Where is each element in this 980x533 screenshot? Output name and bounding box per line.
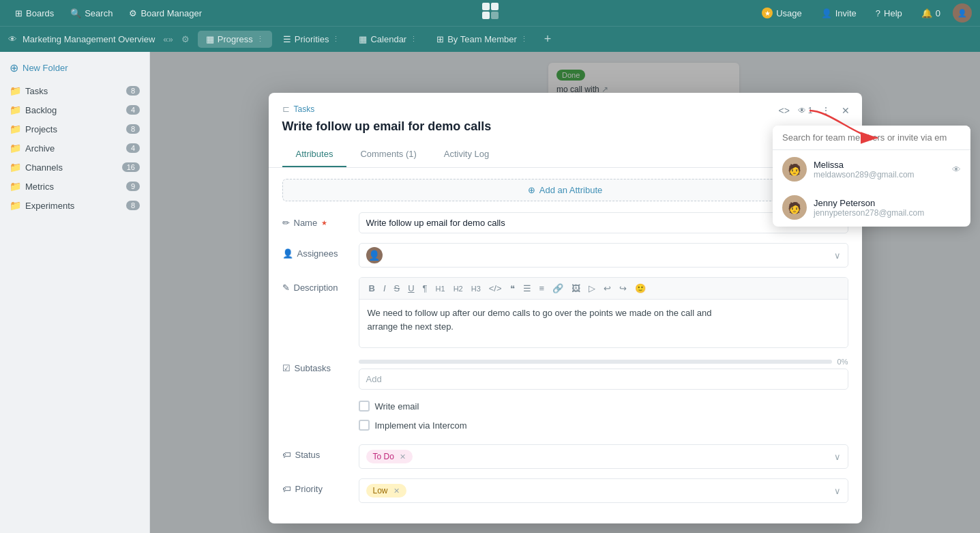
priorities-tab-label: Priorities (295, 34, 329, 44)
add-subtask-placeholder: Add (366, 374, 382, 384)
subtask-checkbox-1[interactable] (359, 401, 370, 412)
priorities-tab-options[interactable]: ⋮ (332, 35, 340, 44)
svg-rect-1 (491, 3, 499, 10)
calendar-tab-label: Calendar (370, 34, 406, 44)
team-member-jenny[interactable]: 🧑 Jenny Peterson jennypeterson278@gmail.… (773, 188, 970, 227)
add-attribute-button[interactable]: ⊕ Add an Attribute (282, 179, 848, 201)
progress-percent: 0% (837, 358, 848, 366)
strikethrough-tool[interactable]: S (391, 282, 403, 295)
code-view-button[interactable]: <> (775, 102, 792, 119)
modal-breadcrumb[interactable]: Tasks (294, 104, 315, 114)
subtasks-icon: ☑ (282, 363, 291, 373)
tab-activity-log[interactable]: Activity Log (430, 142, 503, 167)
boards-nav-item[interactable]: ⊞ Boards (8, 5, 61, 21)
progress-tab-icon: ▦ (206, 34, 214, 44)
collapse-modal-icon[interactable]: ⊏ (282, 104, 290, 114)
sidebar-tasks-count: 8 (126, 86, 140, 96)
main-content: ⊕ New Folder 📁 Tasks 8 📁 Backlog 4 📁 Pro… (0, 52, 980, 533)
priority-dropdown[interactable]: Low ✕ ∨ (359, 478, 848, 503)
add-attribute-label: Add an Attribute (539, 185, 603, 195)
team-member-tab-options[interactable]: ⋮ (520, 35, 528, 44)
boards-icon: ⊞ (15, 8, 23, 18)
sidebar-archive-count: 4 (126, 143, 140, 153)
calendar-tab-options[interactable]: ⋮ (410, 35, 417, 44)
tab-by-team-member[interactable]: ⊞ By Team Member ⋮ (428, 31, 536, 48)
usage-btn[interactable]: ★ Usage (755, 5, 809, 21)
subtask-checkbox-2[interactable] (359, 420, 370, 431)
invite-btn[interactable]: 👤 Invite (814, 5, 863, 21)
status-label-text: Status (295, 450, 321, 460)
quote-tool[interactable]: ❝ (507, 282, 518, 295)
image-tool[interactable]: 🖼 (569, 282, 583, 295)
paragraph-tool[interactable]: ¶ (420, 282, 430, 295)
sidebar-item-channels[interactable]: 📁 Channels 16 (0, 158, 149, 177)
board-manager-nav-item[interactable]: ⚙ Board Manager (122, 5, 209, 21)
tab-attributes[interactable]: Attributes (282, 142, 347, 167)
watchers-badge: 👁 1 (798, 106, 813, 115)
tab-comments-label: Comments (1) (360, 149, 416, 159)
italic-tool[interactable]: I (381, 282, 389, 295)
tab-priorities[interactable]: ☰ Priorities ⋮ (275, 31, 348, 48)
code-tool[interactable]: </> (486, 282, 505, 295)
subtask-label-2: Implement via Intercom (375, 420, 467, 431)
sidebar-item-metrics[interactable]: 📁 Metrics 9 (0, 177, 149, 196)
name-field-label: ✏ Name ★ (282, 212, 351, 228)
folder-icon: 📁 (10, 181, 21, 192)
melissa-email: meldawson289@gmail.com (814, 170, 915, 179)
undo-tool[interactable]: ↩ (601, 282, 614, 295)
add-view-button[interactable]: + (539, 29, 557, 49)
h1-tool[interactable]: H1 (433, 283, 448, 294)
priority-remove-button[interactable]: ✕ (394, 487, 400, 495)
assignees-dropdown[interactable]: 👤 ∨ (359, 243, 848, 268)
bullet-tool[interactable]: ☰ (520, 282, 534, 295)
user-avatar[interactable]: 👤 (953, 3, 972, 23)
subtask-label-1: Write email (375, 401, 419, 412)
sidebar-item-projects[interactable]: 📁 Projects 8 (0, 119, 149, 139)
h3-tool[interactable]: H3 (469, 283, 484, 294)
new-folder-button[interactable]: ⊕ New Folder (0, 57, 149, 78)
progress-tab-options[interactable]: ⋮ (256, 35, 264, 44)
status-remove-button[interactable]: ✕ (400, 452, 406, 461)
usage-icon: ★ (762, 8, 773, 18)
video-tool[interactable]: ▷ (586, 282, 598, 295)
board-manager-label: Board Manager (140, 8, 202, 18)
tab-progress[interactable]: ▦ Progress ⋮ (198, 31, 272, 48)
tab-comments[interactable]: Comments (1) (346, 142, 430, 167)
sidebar-item-backlog[interactable]: 📁 Backlog 4 (0, 100, 149, 119)
sidebar-channels-count: 16 (122, 162, 140, 172)
notifications-btn[interactable]: 🔔 0 (915, 5, 947, 21)
settings-icon[interactable]: ⚙ (181, 34, 190, 44)
status-dropdown[interactable]: To Do ✕ ∨ (359, 444, 848, 469)
sidebar-item-experiments[interactable]: 📁 Experiments 8 (0, 196, 149, 215)
collapse-icon[interactable]: «» (163, 34, 173, 44)
link-tool[interactable]: 🔗 (550, 282, 566, 295)
status-field-value: To Do ✕ ∨ (359, 444, 848, 469)
numbered-tool[interactable]: ≡ (537, 282, 548, 295)
modal-overlay[interactable]: ⊏ Tasks Write follow up email for demo c… (150, 52, 980, 533)
team-search-input[interactable] (773, 126, 970, 150)
description-field-value: B I S U ¶ H1 H2 H3 </> ❝ (359, 277, 848, 348)
redo-tool[interactable]: ↪ (617, 282, 629, 295)
priority-value: Low (373, 486, 388, 495)
underline-tool[interactable]: U (405, 282, 417, 295)
h2-tool[interactable]: H2 (451, 283, 466, 294)
svg-rect-2 (482, 12, 490, 19)
help-btn[interactable]: ? Help (869, 5, 909, 21)
close-modal-button[interactable]: ✕ (839, 102, 852, 119)
sidebar-item-tasks[interactable]: 📁 Tasks 8 (0, 81, 149, 100)
more-options-button[interactable]: ⋮ (818, 102, 833, 119)
description-content[interactable]: We need to follow up after our demo call… (359, 300, 848, 347)
melissa-name: Melissa (814, 160, 915, 170)
board-area: Done mo call with ↗ ian is a produduct t… (150, 52, 980, 533)
sidebar-experiments-label: Experiments (25, 201, 74, 211)
bold-tool[interactable]: B (366, 282, 378, 295)
plus-icon: ⊕ (10, 61, 18, 74)
team-member-melissa[interactable]: 🧑 Melissa meldawson289@gmail.com 👁 (773, 150, 970, 188)
folder-icon: 📁 (10, 124, 21, 134)
jenny-email: jennypeterson278@gmail.com (814, 208, 924, 218)
emoji-tool[interactable]: 🙂 (632, 282, 649, 295)
tab-calendar[interactable]: ▦ Calendar ⋮ (351, 31, 426, 48)
sidebar-item-archive[interactable]: 📁 Archive 4 (0, 139, 149, 158)
subtasks-add-input[interactable]: Add (359, 369, 848, 390)
search-nav-item[interactable]: 🔍 Search (63, 5, 119, 21)
